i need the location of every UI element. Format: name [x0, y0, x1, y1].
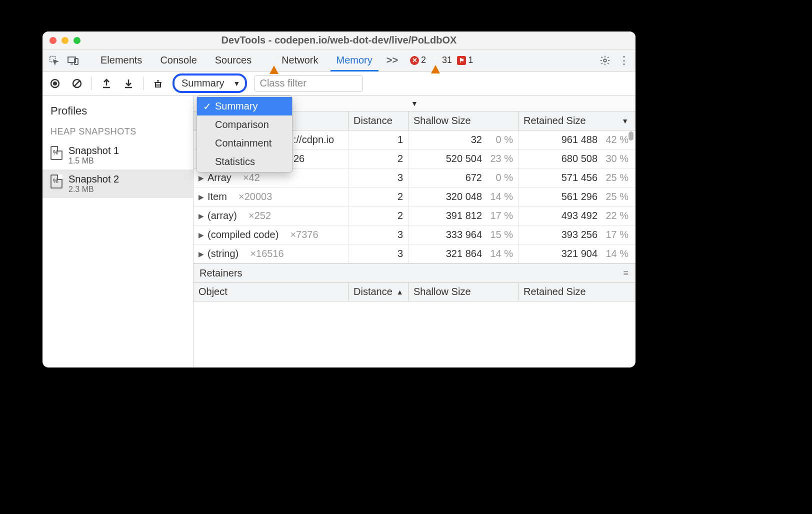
col-shallow[interactable]: Shallow Size	[408, 282, 518, 301]
table-row[interactable]: ▶(array) ×252 2 391 81217 % 493 49222 %	[194, 206, 636, 226]
shallow-cell: 391 81217 %	[408, 206, 518, 225]
chevron-down-icon: ▼	[411, 100, 418, 108]
disclosure-icon[interactable]: ▶	[198, 174, 204, 182]
snapshot-icon	[50, 146, 62, 160]
shallow-cell: 6720 %	[408, 168, 518, 187]
constructor-cell: ▶(compiled code) ×7376	[194, 226, 348, 244]
constructor-cell: ▶(array) ×252	[194, 206, 348, 225]
distance-cell: 2	[348, 188, 408, 206]
col-retained[interactable]: Retained Size ▼	[518, 112, 634, 130]
retainers-menu-icon[interactable]: ≡	[623, 268, 630, 278]
tab-console[interactable]: Console	[153, 50, 204, 72]
panel-tabstrip: Elements Console Sources Network Memory …	[42, 50, 636, 72]
retained-cell: 321 90414 %	[518, 244, 634, 263]
retained-cell: 561 29625 %	[518, 188, 634, 206]
col-label: Distance	[354, 286, 392, 298]
col-distance[interactable]: Distance▲	[348, 282, 408, 301]
retained-cell: 961 48842 %	[518, 130, 634, 149]
clear-icon[interactable]	[70, 76, 84, 91]
svg-rect-8	[156, 82, 160, 87]
sidebar-title: Profiles	[42, 96, 193, 124]
scrollbar-thumb[interactable]	[628, 132, 634, 140]
distance-cell: 3	[348, 244, 408, 263]
constructor-cell: ▶Item ×20003	[194, 188, 348, 206]
errors-count[interactable]: ✕ 2	[410, 55, 426, 66]
tab-label: Memory	[336, 54, 372, 66]
svg-point-3	[604, 59, 606, 62]
dropdown-item-statistics[interactable]: Statistics	[197, 152, 292, 171]
dropdown-item-comparison[interactable]: Comparison	[197, 116, 292, 134]
col-distance[interactable]: Distance	[348, 112, 408, 130]
retained-cell: 680 50830 %	[518, 150, 634, 168]
dropdown-item-summary[interactable]: Summary	[197, 97, 292, 116]
warning-icon	[431, 55, 440, 66]
col-label: Object	[198, 286, 228, 298]
issues-count[interactable]: ⚑ 1	[457, 55, 473, 66]
window-title: DevTools - codepen.io/web-dot-dev/live/P…	[42, 34, 636, 46]
col-retained[interactable]: Retained Size	[518, 282, 634, 301]
disclosure-icon[interactable]: ▶	[198, 212, 204, 220]
shallow-cell: 320 %	[408, 130, 518, 149]
devtools-window: DevTools - codepen.io/web-dot-dev/live/P…	[42, 32, 636, 368]
svg-point-5	[53, 82, 57, 86]
titlebar: DevTools - codepen.io/web-dot-dev/live/P…	[42, 32, 636, 50]
col-shallow[interactable]: Shallow Size	[408, 112, 518, 130]
dropdown-item-containment[interactable]: Containment	[197, 134, 292, 152]
tab-elements[interactable]: Elements	[94, 50, 149, 72]
memory-toolbar: Summary ▼	[42, 72, 636, 96]
snapshot-item[interactable]: Snapshot 1 1.5 MB	[42, 141, 193, 170]
constructor-cell: ▶(string) ×16516	[194, 244, 348, 263]
snapshot-icon	[50, 174, 62, 188]
shallow-cell: 520 50423 %	[408, 150, 518, 168]
tab-memory[interactable]: Memory	[330, 50, 380, 72]
inspect-element-icon[interactable]	[46, 53, 62, 68]
view-mode-dropdown: Summary Comparison Containment Statistic…	[196, 96, 292, 172]
warnings-count[interactable]: 31	[431, 55, 452, 66]
distance-cell: 3	[348, 168, 408, 187]
distance-cell: 2	[348, 206, 408, 225]
export-icon[interactable]	[99, 76, 114, 91]
retained-cell: 393 25617 %	[518, 226, 634, 244]
table-row[interactable]: ▶(string) ×16516 3 321 86414 % 321 90414…	[194, 244, 636, 264]
snapshot-item[interactable]: Snapshot 2 2.3 MB	[42, 170, 193, 198]
table-row[interactable]: ▶(compiled code) ×7376 3 333 96415 % 393…	[194, 226, 636, 244]
record-icon[interactable]	[48, 76, 62, 91]
retainers-grid-header: Object Distance▲ Shallow Size Retained S…	[194, 282, 636, 302]
col-object[interactable]: Object	[194, 282, 348, 301]
separator	[92, 77, 92, 90]
device-toolbar-icon[interactable]	[66, 53, 80, 68]
tab-label: Elements	[100, 54, 142, 66]
status-counts: ✕ 2 31 ⚑ 1	[410, 55, 473, 66]
tabs-overflow-button[interactable]: >>	[384, 54, 401, 66]
gc-icon[interactable]	[150, 76, 166, 91]
distance-cell: 3	[348, 226, 408, 244]
snapshot-size: 1.5 MB	[68, 156, 119, 166]
tab-sources[interactable]: Sources	[208, 50, 258, 72]
svg-line-7	[74, 80, 80, 86]
warning-icon	[270, 54, 278, 66]
col-label: Retained Size	[524, 115, 586, 126]
disclosure-icon[interactable]: ▶	[198, 231, 204, 239]
view-mode-select[interactable]: Summary ▼	[172, 74, 247, 93]
col-label: Shallow Size	[414, 115, 471, 126]
import-icon[interactable]	[121, 76, 136, 91]
retainers-header: Retainers ≡	[194, 264, 636, 282]
disclosure-icon[interactable]: ▶	[198, 193, 204, 201]
shallow-cell: 321 86414 %	[408, 244, 518, 263]
chevron-down-icon: ▼	[234, 80, 240, 88]
settings-icon[interactable]	[598, 53, 612, 68]
snapshot-size: 2.3 MB	[68, 185, 119, 194]
disclosure-icon[interactable]: ▶	[198, 250, 204, 258]
class-filter-input[interactable]	[254, 75, 363, 92]
sidebar-heading: HEAP SNAPSHOTS	[42, 124, 193, 141]
separator	[143, 77, 144, 90]
sort-desc-icon: ▼	[622, 117, 628, 125]
tab-network[interactable]: Network	[262, 50, 325, 72]
memory-main: Profiles HEAP SNAPSHOTS Snapshot 1 1.5 M…	[42, 96, 636, 368]
retainers-title: Retainers	[200, 268, 242, 279]
table-row[interactable]: ▶Item ×20003 2 320 04814 % 561 29625 %	[194, 188, 636, 206]
view-mode-label: Summary	[182, 78, 224, 89]
warnings-value: 31	[442, 55, 452, 66]
col-label: Shallow Size	[414, 286, 471, 298]
more-icon[interactable]: ⋮	[616, 53, 632, 68]
